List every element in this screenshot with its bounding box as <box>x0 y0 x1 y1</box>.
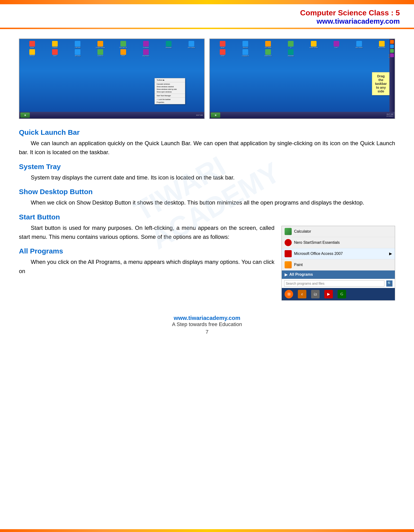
left-desktop-sim: skynet Computer LBF2000 Google Chrome <box>19 39 204 118</box>
icon-img <box>29 41 35 47</box>
icon-img <box>242 41 248 47</box>
icon-label: skynet <box>30 47 34 48</box>
icon-img <box>97 41 103 47</box>
bottom-icon-5: G <box>337 290 346 298</box>
desktop-icon: Viyakaran <box>135 41 157 48</box>
desktop-icon: Network <box>234 41 256 48</box>
all-programs-label: All Programs <box>289 272 313 277</box>
show-desktop-text: When we click on Show Desktop Button it … <box>19 198 395 207</box>
desktop-icon: Title com 1-8 <box>112 41 134 48</box>
desktop-icon: Himanshu <box>158 41 180 48</box>
desktop-icon: VLC media <box>257 41 279 48</box>
desktop-icon: Google Chrome <box>89 41 111 48</box>
icon-label: LBF2000 <box>75 47 80 48</box>
desktop-icon: LBF2000 <box>67 41 88 48</box>
left-desktop-icons: skynet Computer LBF2000 Google Chrome <box>19 39 204 58</box>
taskbar-icon <box>390 53 394 57</box>
icon-img <box>334 41 339 47</box>
bottom-icon-4: ▶ <box>324 290 333 298</box>
start-menu-sim: Calculator Nero StartSmart Essentials Mi… <box>281 226 395 301</box>
desktop-icon: Nero Online <box>181 41 202 48</box>
system-tray-heading: System Tray <box>19 163 395 171</box>
icon-img <box>52 41 58 47</box>
menu-label: Paint <box>294 263 303 267</box>
icon-label: Recycle Bin <box>378 47 385 48</box>
icon-label: VLC media <box>265 47 271 48</box>
desktop-icon: MS Word <box>67 49 88 57</box>
page-title: Computer Science Class : 5 <box>300 9 400 17</box>
right-taskbar: ⊞ 10:27 AM21/4/2013 <box>210 112 395 118</box>
icon-label: Nero Online <box>356 47 363 48</box>
page-number: 7 <box>19 329 395 335</box>
icon-img <box>242 49 248 55</box>
desktop-icon: Akshar Sulekh <box>303 41 325 48</box>
quick-launch-text: We can launch an application quickly on … <box>19 139 395 157</box>
menu-item-nero: Nero StartSmart Essentials <box>282 237 395 248</box>
desktop-icon: Himanshu <box>280 49 302 57</box>
paint-icon <box>285 261 292 268</box>
search-input[interactable] <box>284 280 385 286</box>
taskbar-icon <box>390 44 394 48</box>
menu-label: Microsoft Office Access 2007 <box>294 252 387 256</box>
icon-img <box>288 41 294 47</box>
submenu-arrow: ▶ <box>389 251 392 256</box>
icon-label: Shabd 26-32 <box>264 55 272 57</box>
start-menu-bottom: ⊞ e 🗂 ▶ G <box>282 288 395 300</box>
desktop-icon: Computer 8 <box>234 49 256 57</box>
page-footer: www.tiwariacademy.com A Step towards fre… <box>19 310 395 337</box>
icon-label: Computer 8 <box>242 55 249 57</box>
icon-img <box>75 49 80 55</box>
screenshots-row: skynet Computer LBF2000 Google Chrome <box>19 38 395 119</box>
desktop-icon: Nero Online <box>348 41 370 48</box>
drag-callout-text: Drag the taskbar to any side <box>375 74 387 93</box>
search-button[interactable]: 🔍 <box>386 280 393 286</box>
menu-label: Calculator <box>294 229 311 234</box>
icon-img <box>189 41 194 47</box>
icon-img <box>311 41 317 47</box>
header-website: www.tiwariacademy.com <box>300 17 400 25</box>
drag-callout: Drag the taskbar to any side <box>372 72 390 95</box>
menu-item-access: Microsoft Office Access 2007 ▶ <box>282 248 395 259</box>
ctx-stacked: Show windows stacked <box>155 85 185 88</box>
icon-label: Network <box>30 55 35 57</box>
icon-img <box>29 49 35 55</box>
page-header: Computer Science Class : 5 www.tiwariaca… <box>0 4 414 28</box>
icon-img <box>265 41 271 47</box>
start-button-heading: Start Button <box>19 213 395 221</box>
left-taskbar: ⊞ 10:27 AM <box>19 112 204 118</box>
desktop-icon: Cursive A <box>89 49 111 57</box>
search-bar: 🔍 <box>282 279 395 288</box>
ctx-lock: Lock the taskbar <box>155 98 185 101</box>
icon-label: Eng Primer <box>143 55 149 57</box>
desktop-icon: Hindi <box>112 49 134 57</box>
start-button-text: Start button is used for many purposes. … <box>19 223 274 242</box>
desktop-icon: Computer <box>44 41 66 48</box>
all-programs-arrow: ▶ <box>285 272 288 277</box>
icon-img <box>379 41 385 47</box>
header-text-block: Computer Science Class : 5 www.tiwariaca… <box>300 9 400 25</box>
all-programs-heading: All Programs <box>19 247 274 255</box>
icon-label: Computer <box>52 47 58 48</box>
taskbar-icon <box>390 49 394 53</box>
icon-img <box>97 49 103 55</box>
desktop-icon: skynet <box>212 41 233 48</box>
icon-img <box>288 49 294 55</box>
icon-label: Adobe <box>221 55 224 57</box>
all-programs-text: When you click on the All Programs, a me… <box>19 257 274 276</box>
access-icon <box>285 250 292 257</box>
right-taskbar-vertical <box>389 39 395 118</box>
all-programs-bar[interactable]: ▶ All Programs <box>282 270 395 279</box>
header-divider <box>0 28 414 29</box>
icon-label: Opera <box>53 55 57 57</box>
icon-label: skynet <box>221 47 224 48</box>
icon-img <box>265 49 271 55</box>
icon-label: Nero Online <box>188 47 195 48</box>
icon-label: Google Chrome <box>96 47 105 48</box>
taskbar-icon <box>390 40 394 44</box>
top-orange-bar <box>0 0 414 4</box>
right-desktop-sim: skynet Network VLC media 15 <box>210 39 395 118</box>
desktop-icon: Com 5 <box>326 41 347 48</box>
start-button-sim: ⊞ <box>20 113 30 118</box>
icon-img <box>220 41 225 47</box>
quick-launch-heading: Quick Launch Bar <box>19 128 395 136</box>
